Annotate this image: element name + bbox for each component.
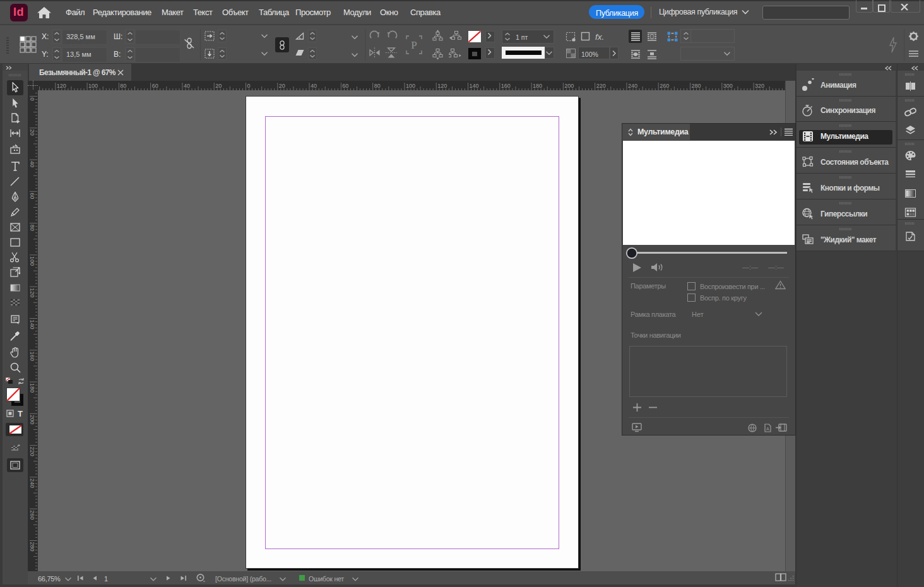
- svg-text:320: 320: [755, 83, 764, 89]
- svg-text:120: 120: [29, 288, 35, 297]
- svg-text:100: 100: [29, 256, 35, 266]
- svg-text:80: 80: [374, 83, 381, 89]
- svg-text:120: 120: [57, 83, 66, 89]
- svg-text:200: 200: [564, 83, 574, 89]
- svg-text:100: 100: [406, 83, 415, 89]
- svg-text:240: 240: [628, 83, 637, 89]
- svg-text:280: 280: [29, 542, 35, 552]
- svg-text:60: 60: [29, 193, 35, 199]
- svg-text:20: 20: [215, 83, 222, 89]
- svg-text:160: 160: [29, 352, 35, 361]
- svg-text:60: 60: [152, 83, 158, 89]
- svg-text:260: 260: [29, 510, 35, 519]
- svg-text:220: 220: [596, 83, 606, 89]
- svg-text:180: 180: [29, 383, 35, 393]
- svg-text:40: 40: [29, 161, 35, 167]
- svg-text:40: 40: [184, 83, 190, 89]
- svg-text:0: 0: [247, 83, 251, 89]
- svg-text:260: 260: [660, 83, 669, 89]
- svg-text:0: 0: [29, 98, 35, 101]
- svg-text:200: 200: [29, 415, 35, 424]
- svg-text:100: 100: [88, 83, 98, 89]
- svg-text:20: 20: [29, 129, 35, 136]
- svg-text:A: A: [766, 427, 769, 431]
- svg-text:240: 240: [29, 478, 35, 488]
- svg-text:P: P: [411, 39, 417, 51]
- svg-text:40: 40: [311, 83, 317, 89]
- svg-text:80: 80: [29, 225, 35, 231]
- svg-text:80: 80: [120, 83, 126, 89]
- svg-text:20: 20: [279, 83, 285, 89]
- svg-text:120: 120: [437, 83, 447, 89]
- svg-text:180: 180: [533, 83, 542, 89]
- svg-text:280: 280: [692, 83, 701, 89]
- svg-text:220: 220: [29, 447, 35, 456]
- svg-text:140: 140: [29, 320, 35, 329]
- svg-text:160: 160: [501, 83, 511, 89]
- svg-text:300: 300: [723, 83, 733, 89]
- svg-text:60: 60: [342, 83, 348, 89]
- svg-text:140: 140: [470, 83, 479, 89]
